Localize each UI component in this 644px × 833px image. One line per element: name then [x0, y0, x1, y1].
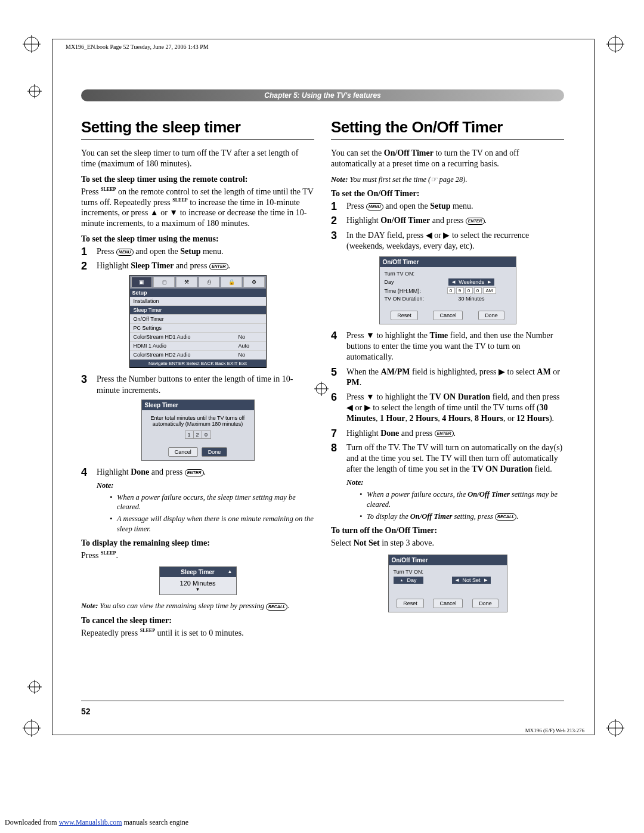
sleep-icon: SLEEP: [101, 187, 116, 193]
cancel-paragraph: Repeatedly press SLEEP until it is set t…: [81, 628, 314, 639]
time-label: Time (HH:MM):: [385, 288, 432, 294]
header-meta: MX196_EN.book Page 52 Tuesday, June 27, …: [66, 44, 209, 50]
subhead-display-remaining: To display the remaining sleep time:: [81, 538, 314, 548]
done-button: Done: [202, 447, 228, 457]
remote-paragraph: Press SLEEP on the remote control to set…: [81, 187, 314, 228]
crop-mark-icon: [606, 719, 624, 737]
popup-value: 120 Minutes: [160, 577, 236, 594]
enter-icon: ENTER: [209, 263, 228, 270]
dialog-body: Enter total minutes until the TV turns o…: [142, 410, 254, 444]
note-bullet: When a power failure occurs, the On/Off …: [355, 490, 564, 509]
intro-text: You can set the On/Off Timer to turn the…: [331, 148, 564, 169]
manualslib-link[interactable]: www.Manualslib.com: [59, 818, 122, 826]
osd-section-label: Setup: [130, 289, 266, 297]
osd-row: On/Off Timer: [130, 315, 266, 324]
sleep-timer-dialog: Sleep Timer Enter total minutes until th…: [141, 400, 255, 461]
osd-row: PC Settings: [130, 324, 266, 333]
cancel-button: Cancel: [433, 599, 463, 608]
osd-row: ColorStream HD2 AudioNo: [130, 351, 266, 360]
osd-row: HDMI 1 AudioAuto: [130, 342, 266, 351]
osd-tab: ⚙: [243, 277, 265, 287]
turn-off-paragraph: Select Not Set in step 3 above.: [331, 538, 564, 549]
subhead-menus: To set the sleep timer using the menus:: [81, 234, 314, 244]
popup-title: Sleep Timer: [160, 567, 236, 577]
step-5: When the AM/PM field is highlighted, pre…: [331, 367, 564, 388]
day-value: ◀Weekends▶: [448, 278, 494, 286]
menu-icon: MENU: [116, 249, 134, 256]
reset-button: Reset: [397, 599, 424, 608]
subhead-remote: To set the sleep timer using the remote …: [81, 175, 314, 184]
dialog-input: 1 2 0: [185, 431, 211, 439]
recall-icon: RECALL: [266, 603, 287, 611]
dialog-title: On/Off Timer: [380, 257, 516, 267]
dialog-title: On/Off Timer: [389, 555, 507, 565]
osd-setup-menu: ▣ ◻ ⚒ ⎙ 🔒 ⚙ Setup Installation Sleep Tim…: [129, 275, 267, 368]
note-bullet: When a power failure occurs, the sleep t…: [105, 493, 314, 512]
time-value: 0 9 0 0 AM: [432, 287, 511, 294]
footer-code: MX196 (E/F) Web 213:276: [525, 727, 584, 733]
osd-tab: ▣: [131, 277, 153, 287]
dialog-title: Sleep Timer: [142, 400, 254, 410]
cancel-button: Cancel: [168, 447, 198, 457]
step-1: Press MENU and open the Setup menu.: [81, 246, 314, 257]
step-2: Highlight On/Off Timer and press ENTER.: [331, 215, 564, 226]
subhead-set-onoff: To set the On/Off Timer:: [331, 189, 564, 199]
note-label: Note:: [346, 478, 564, 487]
step-8: Turn off the TV. The TV will turn on aut…: [331, 442, 564, 475]
day-label: ▲Day: [394, 577, 423, 584]
section-sleep-timer: Setting the sleep timer: [81, 118, 314, 140]
enter-icon: ENTER: [185, 469, 204, 476]
subhead-turn-off: To turn off the On/Off Timer:: [331, 526, 564, 535]
crop-mark-icon: [23, 35, 41, 53]
sleep-icon: SLEEP: [140, 628, 155, 634]
step-7: Highlight Done and press ENTER.: [331, 428, 564, 439]
press-sleep: Press SLEEP.: [81, 550, 314, 561]
step-4: Press ▼ to highlight the Time field, and…: [331, 330, 564, 363]
osd-tab: 🔒: [221, 277, 242, 287]
onoff-dialog: On/Off Timer Turn TV ON: Day ◀Weekends▶ …: [379, 256, 516, 324]
enter-icon: ENTER: [466, 218, 485, 225]
osd-tabs: ▣ ◻ ⚒ ⎙ 🔒 ⚙: [130, 275, 266, 289]
day-value: ◀Not Set▶: [452, 577, 490, 584]
crop-mark-icon: [23, 719, 41, 737]
subhead-cancel: To cancel the sleep timer:: [81, 616, 314, 625]
day-label: Day: [385, 279, 432, 285]
sleep-icon: SLEEP: [101, 550, 116, 556]
onoff-dialog-notset: On/Off Timer Turn TV ON: ▲Day ◀Not Set▶ …: [388, 555, 507, 612]
done-button: Done: [472, 599, 499, 608]
duration-value: 30 Minutes: [458, 296, 484, 302]
chapter-title: Chapter 5: Using the TV's features: [81, 89, 564, 101]
osd-tab: ⚒: [176, 277, 197, 287]
crop-mark-icon: [606, 35, 624, 53]
section-onoff-timer: Setting the On/Off Timer: [331, 118, 564, 140]
osd-row: Installation: [130, 297, 266, 306]
reset-button: Reset: [391, 311, 418, 320]
page-number: 52: [81, 707, 91, 716]
intro-text: You can set the sleep timer to turn off …: [81, 148, 314, 169]
osd-row: ColorStream HD1 AudioNo: [130, 333, 266, 342]
dialog-section: Turn TV ON:: [394, 569, 502, 575]
dialog-section: Turn TV ON:: [385, 271, 511, 277]
set-time-note: Note: You must first set the time (☞ pag…: [331, 175, 564, 184]
step-1: Press MENU and open the Setup menu.: [331, 201, 564, 212]
duration-label: TV ON Duration:: [385, 296, 432, 302]
crop-mark-icon: [27, 84, 42, 98]
note-bullet: To display the On/Off Timer setting, pre…: [355, 512, 564, 521]
crop-mark-icon: [27, 680, 42, 694]
enter-icon: ENTER: [435, 430, 454, 437]
step-4: Highlight Done and press ENTER.: [81, 467, 314, 478]
step-6: Press ▼ to highlight the TV ON Duration …: [331, 392, 564, 425]
menu-icon: MENU: [366, 203, 383, 210]
download-footer: Downloaded from www.Manualslib.com manua…: [5, 818, 188, 827]
sleep-popup: Sleep Timer 120 Minutes: [159, 566, 237, 595]
osd-row: Sleep Timer: [130, 306, 266, 315]
sleep-icon: SLEEP: [172, 197, 187, 203]
step-3: Press the Number buttons to enter the le…: [81, 374, 314, 395]
note-label: Note:: [97, 481, 314, 490]
step-2: Highlight Sleep Timer and press ENTER.: [81, 261, 314, 271]
left-column: Setting the sleep timer You can set the …: [81, 118, 314, 644]
page-rule: [81, 701, 564, 701]
osd-tab: ◻: [153, 277, 175, 287]
view-remaining-note: Note: You also can view the remaining sl…: [81, 601, 314, 611]
done-button: Done: [478, 311, 504, 320]
